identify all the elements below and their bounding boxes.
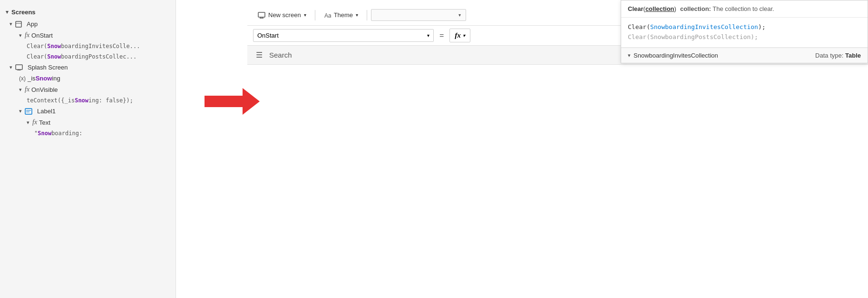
- toolbar-divider2: [367, 10, 367, 20]
- context-tree-item: teContext({_isSnowing: false});: [0, 95, 176, 106]
- context-text: teContext({_isSnowing: false});: [27, 97, 133, 104]
- app-label: App: [27, 20, 38, 28]
- svg-rect-0: [16, 21, 21, 27]
- right-area: New screen ▾ Aa Theme ▾ ▾ OnStart ▾ = fx…: [176, 0, 868, 298]
- screen-icon: [15, 64, 25, 70]
- formula-dropdown[interactable]: OnStart ▾: [253, 29, 434, 42]
- new-screen-chevron: ▾: [304, 12, 306, 18]
- func-name: Clear: [628, 5, 644, 12]
- snowboarding-tree-item: "Snowboarding:: [0, 128, 176, 139]
- code-line-1: Clear(SnowboardingInvitesCollection);: [628, 22, 861, 32]
- collection-chevron-icon: ▾: [628, 52, 631, 59]
- new-screen-button[interactable]: New screen ▾: [253, 9, 311, 21]
- autocomplete-header: Clear(collection) collection: The collec…: [621, 0, 868, 18]
- theme-chevron: ▾: [356, 12, 358, 18]
- clear2-tree-item: Clear(SnowboardingPostsCollec...: [0, 51, 176, 62]
- text-tree-item[interactable]: ▾ fx Text: [0, 117, 176, 128]
- label-icon: [25, 108, 34, 115]
- splash-screen-label: Splash Screen: [28, 64, 68, 71]
- toolbar-dropdown-chevron: ▾: [458, 12, 461, 18]
- collection-data-type: Data type: Table: [815, 52, 861, 59]
- toolbar-divider: [315, 10, 315, 20]
- label1-label: Label1: [37, 108, 56, 115]
- toolbar-search-input[interactable]: [371, 9, 466, 21]
- code-line-2: Clear(SnowboardingPostsCollection);: [628, 32, 861, 42]
- arrow-shaft: [205, 96, 243, 107]
- fx-icon: fx: [25, 31, 29, 39]
- theme-button[interactable]: Aa Theme ▾: [319, 9, 363, 21]
- theme-icon: Aa: [324, 12, 331, 19]
- x-icon: (x): [19, 75, 26, 82]
- text-label: Text: [39, 119, 50, 126]
- onstart-label: OnStart: [31, 32, 53, 39]
- chevron-down-icon: ▾: [19, 87, 22, 93]
- onvisible-tree-item[interactable]: ▾ fx OnVisible: [0, 84, 176, 95]
- equals-sign: =: [438, 31, 446, 40]
- clear2-text: Clear(SnowboardingPostsCollec...: [27, 53, 137, 60]
- autocomplete-collection-row[interactable]: ▾ SnowboardingInvitesCollection Data typ…: [621, 48, 868, 63]
- svg-text:Aa: Aa: [324, 12, 331, 19]
- autocomplete-code-block: Clear(SnowboardingInvitesCollection); Cl…: [621, 18, 868, 48]
- onvisible-label: OnVisible: [31, 86, 58, 93]
- chevron-down-icon: ▾: [27, 119, 29, 126]
- fx-icon3: fx: [32, 119, 37, 126]
- chevron-down-icon: ▾: [10, 21, 12, 27]
- issnowing-label: _isSnowing: [28, 75, 60, 82]
- collection-name-highlight: SnowboardingInvitesCollection: [650, 23, 758, 30]
- param-name: collection: [645, 5, 674, 12]
- chevron-down-icon: ▾: [19, 32, 22, 39]
- data-type-value: Table: [845, 52, 861, 59]
- chevron-down-icon: ▾: [10, 64, 12, 70]
- fx-icon2: fx: [25, 86, 29, 93]
- clear1-text: Clear(SnowboardingInvitesColle...: [27, 43, 140, 50]
- screens-title: Screens: [11, 9, 36, 16]
- svg-rect-5: [25, 109, 32, 114]
- app-tree-item[interactable]: ▾ App: [0, 19, 176, 30]
- autocomplete-func-signature: Clear(collection): [628, 5, 676, 12]
- fx-chevron: ▾: [463, 33, 465, 38]
- new-screen-label: New screen: [268, 11, 301, 19]
- screens-header[interactable]: ▾ Screens: [0, 6, 176, 19]
- autocomplete-desc: collection: The collection to clear.: [680, 5, 774, 12]
- clear1-tree-item: Clear(SnowboardingInvitesColle...: [0, 41, 176, 51]
- formula-dropdown-chevron: ▾: [427, 33, 429, 38]
- arrow-head: [243, 88, 260, 115]
- fx-button[interactable]: fx ▾: [449, 29, 470, 42]
- svg-rect-8: [258, 12, 265, 17]
- arrow: [205, 88, 260, 115]
- svg-rect-2: [16, 65, 22, 70]
- theme-label: Theme: [334, 11, 353, 19]
- param-label: collection:: [680, 5, 711, 12]
- arrow-container: [205, 88, 260, 115]
- left-panel: ▾ Screens ▾ App ▾ fx OnStart Clear(Snowb…: [0, 0, 176, 298]
- app-icon: [15, 21, 24, 28]
- onstart-tree-item[interactable]: ▾ fx OnStart: [0, 30, 176, 41]
- label1-tree-item[interactable]: ▾ Label1: [0, 106, 176, 117]
- fx-label: fx: [455, 31, 461, 40]
- collection-name: SnowboardingInvitesCollection: [634, 52, 815, 59]
- monitor-icon: [258, 12, 265, 19]
- hamburger-icon[interactable]: ☰: [253, 50, 265, 60]
- autocomplete-panel: Clear(collection) collection: The collec…: [621, 0, 868, 63]
- snowboarding-text: "Snowboarding:: [34, 130, 82, 137]
- data-type-label: Data type:: [815, 52, 843, 59]
- issnowing-tree-item[interactable]: (x) _isSnowing: [0, 73, 176, 84]
- splash-screen-tree-item[interactable]: ▾ Splash Screen: [0, 62, 176, 73]
- formula-dropdown-value: OnStart: [257, 32, 279, 39]
- chevron-down-icon: ▾: [19, 108, 22, 114]
- chevron-down-icon: ▾: [6, 9, 9, 15]
